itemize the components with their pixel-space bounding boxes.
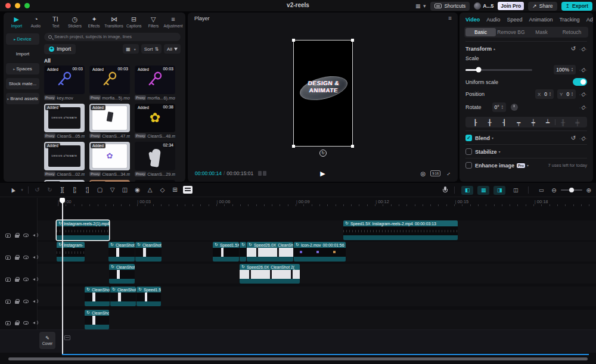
split-keep-right-icon[interactable]: ¦] [81, 186, 94, 193]
mask-icon[interactable]: ▽ [106, 186, 119, 193]
media-card[interactable]: Added00:03Proxymorfla...6).mov [135, 66, 175, 101]
export-button[interactable]: ↥ Export [561, 2, 592, 11]
timeline-ruler[interactable] [58, 204, 590, 206]
media-card[interactable]: Added00:03Proxykey.mov [44, 66, 85, 101]
distribute-h-icon[interactable]: ╫ [555, 119, 570, 126]
media-nav-tab-audio[interactable]: ◔Audio [27, 14, 46, 29]
playhead[interactable] [62, 198, 63, 354]
mirror-icon[interactable]: ◫ [119, 186, 131, 193]
rotate-dial-icon[interactable] [511, 104, 518, 111]
media-card[interactable]: ✿AddedProxyCleanS...34.mp4 [89, 142, 130, 177]
stabilize-checkbox[interactable] [465, 148, 472, 155]
crop-icon[interactable]: ⊞ [169, 186, 181, 193]
align-hcenter-icon[interactable]: ╂ [482, 119, 496, 126]
mute-icon[interactable] [33, 277, 39, 282]
share-button[interactable]: ↗ Share [528, 2, 557, 11]
track-type-icon[interactable] [5, 234, 11, 238]
align-vcenter-icon[interactable]: ┿ [526, 119, 541, 126]
media-card[interactable]: AddedProxyCleanS...47.mp4 [89, 104, 130, 139]
selection-handle[interactable] [292, 39, 295, 42]
visibility-icon[interactable] [23, 300, 29, 303]
timeline-clip[interactable]: ↻Speed26.0XCleanSh [247, 242, 293, 262]
align-top-icon[interactable]: ┯ [511, 119, 526, 126]
scale-keyframe-control[interactable]: ‹◇› [579, 67, 587, 73]
snap-icon[interactable]: ◧ [461, 186, 473, 195]
lock-icon[interactable] [15, 279, 19, 282]
track-lane[interactable] [38, 220, 596, 240]
rotate-stepper[interactable]: ▲▼ [501, 105, 504, 110]
inspector-tab-animation[interactable]: Animation [529, 17, 552, 23]
timeline-clip[interactable]: ↻Icon-2.mov00:00:01:56 [294, 242, 346, 262]
media-card[interactable]: Added00:03Proxymorfla...5).mov [89, 66, 130, 101]
split-icon[interactable]: ][ [56, 186, 69, 193]
cover-button[interactable]: ✎ Cover [39, 332, 55, 349]
position-x-field[interactable]: X0 ▲▼ [535, 89, 554, 99]
visibility-icon[interactable] [23, 234, 29, 237]
media-nav-tab-adjustment[interactable]: ≡Adjustment [163, 14, 183, 29]
select-cursor-icon[interactable]: ▶ [7, 183, 18, 197]
inspector-tab-audio[interactable]: Audio [486, 17, 500, 23]
zoom-in-icon[interactable]: ⊕ [586, 187, 591, 194]
mute-icon[interactable] [33, 233, 39, 238]
timeline-clip[interactable]: ↻Instagram- [57, 242, 85, 262]
track-lane[interactable] [38, 310, 596, 329]
account-button[interactable]: A...5 [474, 2, 493, 10]
position-keyframe-control[interactable]: ‹◇› [579, 91, 587, 97]
transform-keyframe-control[interactable]: ‹◇› [579, 46, 587, 52]
timeline-clip[interactable]: ↻CleanShot [109, 264, 135, 284]
timeline-clip[interactable]: ↻CleanShot [110, 287, 136, 306]
timeline-clip[interactable]: ↻ [240, 242, 246, 262]
media-nav-tab-effects[interactable]: ✦Effects [85, 14, 104, 29]
transform-reset-icon[interactable]: ↺ [571, 45, 576, 52]
media-card[interactable]: ✿Added00:38ProxyCleanS...48.mp4 [135, 104, 175, 139]
link-icon[interactable]: ◨ [493, 186, 505, 195]
media-card[interactable]: AddedProxyCleanS...05.mp4 [44, 104, 85, 139]
main-track-area[interactable] [0, 329, 596, 353]
mute-icon[interactable] [33, 299, 39, 304]
mute-icon[interactable] [33, 255, 39, 260]
lock-icon[interactable] [15, 235, 19, 238]
timeline-clip[interactable]: ↻CleanShot [85, 287, 110, 306]
preview-canvas[interactable]: DESIGN & ANIMATE ↻ [293, 40, 353, 147]
sidebar-item-import[interactable]: Import [6, 48, 39, 60]
auto-captions-icon[interactable] [183, 186, 193, 194]
player-menu-icon[interactable]: ≡ [448, 15, 452, 21]
selection-handle[interactable] [351, 145, 354, 148]
position-y-stepper[interactable]: ▲▼ [571, 92, 573, 97]
timeline-clip[interactable]: ↻Instagram-reels-2(1).mp4 [57, 220, 109, 240]
timeline-clip[interactable]: ↻CleanShot [85, 310, 109, 329]
keyframe-icon[interactable]: ◇ [156, 186, 169, 193]
mute-icon[interactable] [33, 321, 39, 325]
media-nav-tab-transitions[interactable]: ⋈Transitions [104, 14, 124, 29]
join-pro-button[interactable]: Join Pro [498, 2, 524, 10]
play-button[interactable]: ▶ [195, 170, 451, 178]
timeline-scrollbar[interactable] [8, 357, 588, 360]
media-card[interactable]: 02:34ProxyCleanS...29.mp4 [135, 142, 175, 177]
inspector-subtab-remove-bg[interactable]: Remove BG [496, 28, 526, 36]
layout-toggle-icon[interactable]: ▦ ▾ [415, 3, 427, 9]
add-clip-placeholder-icon[interactable] [64, 335, 70, 340]
inspector-subtab-retouch[interactable]: Retouch [557, 28, 587, 36]
delete-icon[interactable]: ▢ [94, 186, 106, 193]
timeline-clip[interactable]: ↻Speed1.5X [136, 287, 161, 306]
visibility-icon[interactable] [23, 256, 29, 259]
rotate-handle-icon[interactable]: ↻ [319, 150, 327, 157]
lock-icon[interactable] [15, 322, 19, 325]
scale-stepper[interactable]: ▲▼ [571, 67, 573, 72]
media-nav-tab-text[interactable]: TIText [46, 14, 65, 29]
view-mode-button[interactable]: ▦▾ [123, 44, 139, 54]
inspector-tab-adj[interactable]: Adj [586, 17, 593, 23]
rotate-value-field[interactable]: 0° ▲▼ [492, 102, 506, 112]
import-media-button[interactable]: + Import [44, 44, 76, 54]
media-nav-tab-import[interactable]: ▶Import [7, 14, 26, 29]
inspector-tab-video[interactable]: Video [465, 17, 480, 23]
position-y-field[interactable]: Y0 ▲▼ [557, 89, 576, 99]
beats-icon[interactable]: △ [144, 186, 156, 193]
track-type-icon[interactable] [5, 300, 11, 304]
voiceover-mic-icon[interactable] [443, 186, 448, 194]
visibility-icon[interactable] [23, 278, 29, 281]
sidebar-item-brand-assets[interactable]: ▸Brand assets [6, 93, 39, 104]
track-type-icon[interactable] [5, 278, 11, 282]
track-type-icon[interactable] [5, 321, 11, 325]
lock-icon[interactable] [15, 257, 19, 260]
